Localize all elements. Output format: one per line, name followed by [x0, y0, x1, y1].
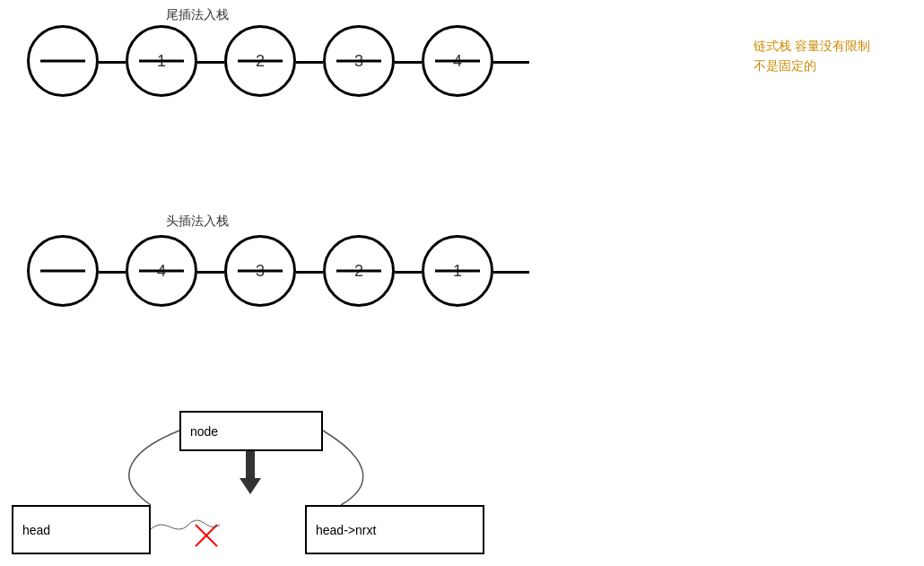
row1-line1	[197, 61, 224, 64]
node-box: node	[179, 411, 323, 451]
row1-node2: 2	[224, 25, 296, 97]
annotation-line2: 不是固定的	[754, 56, 870, 75]
head-box: head	[12, 505, 151, 554]
arrow-head	[240, 478, 261, 494]
row1-node3: 3	[323, 25, 395, 97]
svg-line-11	[196, 525, 217, 546]
annotation-line1: 链式栈 容量没有限制	[754, 36, 870, 56]
row2-tail-line	[493, 271, 529, 274]
arrow-down	[240, 451, 261, 494]
head-nrxt-box: head->nrxt	[305, 505, 484, 554]
row1-line0	[99, 61, 126, 64]
row1-line3	[395, 61, 422, 64]
row2-node2: 3	[224, 235, 296, 307]
row1-node4: 4	[422, 25, 493, 97]
row1-tail-line	[493, 61, 529, 64]
row1-line2	[296, 61, 323, 64]
row2-node4: 1	[422, 235, 493, 307]
row2-node3: 2	[323, 235, 395, 307]
title2-label: 头插法入栈	[166, 213, 229, 230]
row2-line1	[197, 271, 224, 274]
row1-node0	[27, 25, 99, 97]
arrow-shaft	[246, 451, 255, 478]
row2-line3	[395, 271, 422, 274]
canvas: 尾插法入栈 1 2 3 4 链式栈 容量没有限制 不是固定的 头插法入栈 4	[0, 0, 924, 566]
svg-line-10	[196, 525, 217, 546]
row2-line0	[99, 271, 126, 274]
row2-node0	[27, 235, 99, 307]
title1-label: 尾插法入栈	[166, 7, 229, 23]
row2-line2	[296, 271, 323, 274]
row1-node1: 1	[126, 25, 197, 97]
row2-node1: 4	[126, 235, 197, 307]
annotation: 链式栈 容量没有限制 不是固定的	[754, 36, 870, 76]
